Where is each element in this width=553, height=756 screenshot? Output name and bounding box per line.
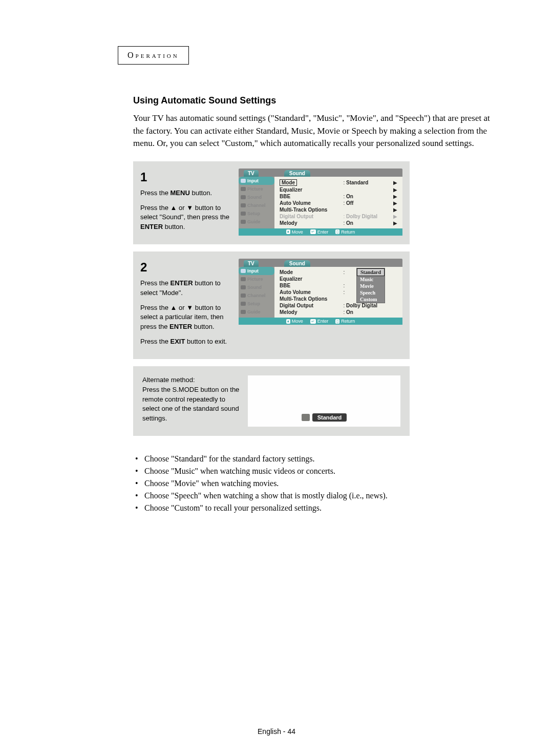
channel-icon — [241, 203, 246, 207]
step-number: 1 — [140, 169, 231, 186]
osd-row-multitrack: Multi-Track Options▶ — [280, 206, 397, 213]
bullet-item: Choose "Movie" when watching movies. — [133, 479, 497, 488]
osd-row-equalizer: Equalizer▶ — [280, 186, 397, 193]
step-1-instructions: 1 Press the MENU button. Press the ▲ or … — [140, 169, 231, 237]
step-2: 2 Press the ENTER button to select "Mode… — [133, 251, 410, 359]
bullet-item: Choose "Speech" when watching a show tha… — [133, 491, 497, 500]
sidebar-item-guide: Guide — [239, 218, 274, 226]
osd-row-bbe: BBE:On▶ — [280, 193, 397, 200]
sidebar-item-sound: Sound — [239, 283, 274, 291]
osd-row-autovolume: Auto Volume:Off▶ — [280, 200, 397, 206]
sidebar-item-sound: Sound — [239, 193, 274, 201]
dropdown-standard: Standard — [357, 268, 385, 276]
osd-sidebar: Input Picture Sound Channel Setup Guide — [239, 267, 274, 318]
step-1-osd: TV Sound Input Picture Sound Channel Set… — [239, 169, 402, 237]
sidebar-item-setup: Setup — [239, 209, 274, 218]
sidebar-item-guide: Guide — [239, 308, 274, 316]
picture-icon — [241, 187, 246, 191]
enter-icon: ↵ — [310, 319, 316, 324]
osd-tv-label: TV — [244, 170, 259, 177]
osd-row-digital: Digital Output:Dolby Digital▶ — [280, 213, 397, 220]
smode-label: Standard — [312, 413, 347, 422]
move-icon: ♦ — [286, 229, 290, 234]
move-icon: ♦ — [286, 319, 290, 324]
smode-indicator: Standard — [302, 413, 347, 422]
alternate-method: Alternate method: Press the S.MODE butto… — [133, 366, 410, 436]
section-title: Using Automatic Sound Settings — [133, 95, 497, 106]
osd-content: Mode:Standard▶ Equalizer▶ BBE:On▶ Auto V… — [274, 177, 402, 228]
enter-icon: ↵ — [310, 229, 316, 234]
osd-row-mode: Mode:Standard▶ — [280, 179, 397, 186]
osd-row-melody: Melody:On▶ — [280, 220, 397, 226]
osd-title: Sound — [284, 260, 310, 267]
osd-title: Sound — [284, 170, 310, 177]
sidebar-item-setup: Setup — [239, 300, 274, 308]
setup-icon — [241, 302, 246, 306]
osd-footer: ♦Move ↵Enter ▯Return — [239, 228, 402, 236]
chapter-header: Operation — [118, 46, 189, 65]
channel-icon — [241, 293, 246, 298]
dropdown-custom: Custom — [357, 296, 385, 303]
notes-list: Choose "Standard" for the standard facto… — [133, 454, 497, 513]
intro-paragraph: Your TV has automatic sound settings ("S… — [133, 112, 497, 150]
picture-icon — [241, 277, 246, 281]
input-icon — [241, 269, 246, 273]
sidebar-item-channel: Channel — [239, 201, 274, 209]
sidebar-item-picture: Picture — [239, 185, 274, 193]
bullet-item: Choose "Music" when watching music video… — [133, 467, 497, 476]
alt-instructions: Alternate method: Press the S.MODE butto… — [142, 375, 240, 427]
sound-icon — [241, 195, 246, 199]
alt-screenshot: Standard — [248, 375, 400, 427]
chapter-title: Operation — [127, 51, 179, 59]
sidebar-item-input: Input — [239, 267, 274, 275]
guide-icon — [241, 220, 246, 224]
osd-footer: ♦Move ↵Enter ▯Return — [239, 318, 402, 325]
osd-row-melody: Melody:On — [280, 309, 397, 316]
osd-sidebar: Input Picture Sound Channel Setup Guide — [239, 177, 274, 228]
bullet-item: Choose "Standard" for the standard facto… — [133, 454, 497, 464]
return-icon: ▯ — [335, 229, 339, 234]
sidebar-item-input: Input — [239, 177, 274, 185]
bullet-item: Choose "Custom" to recall your personali… — [133, 503, 497, 513]
speaker-icon — [302, 414, 310, 421]
step-number: 2 — [140, 259, 231, 277]
setup-icon — [241, 212, 246, 216]
step-2-instructions: 2 Press the ENTER button to select "Mode… — [140, 259, 231, 352]
step-1: 1 Press the MENU button. Press the ▲ or … — [133, 161, 410, 244]
osd-tv-label: TV — [244, 260, 259, 267]
mode-dropdown: Standard Music Movie Speech Custom — [356, 268, 385, 303]
return-icon: ▯ — [335, 319, 339, 324]
guide-icon — [241, 310, 246, 314]
sidebar-item-channel: Channel — [239, 291, 274, 300]
dropdown-music: Music — [357, 276, 385, 283]
step-2-osd: TV Sound Input Picture Sound Channel Set… — [239, 259, 402, 352]
sidebar-item-picture: Picture — [239, 275, 274, 283]
sound-icon — [241, 285, 246, 289]
page-number: English - 44 — [0, 727, 553, 736]
input-icon — [241, 179, 246, 183]
dropdown-movie: Movie — [357, 283, 385, 289]
osd-panel-1: TV Sound Input Picture Sound Channel Set… — [239, 169, 402, 236]
dropdown-speech: Speech — [357, 289, 385, 296]
